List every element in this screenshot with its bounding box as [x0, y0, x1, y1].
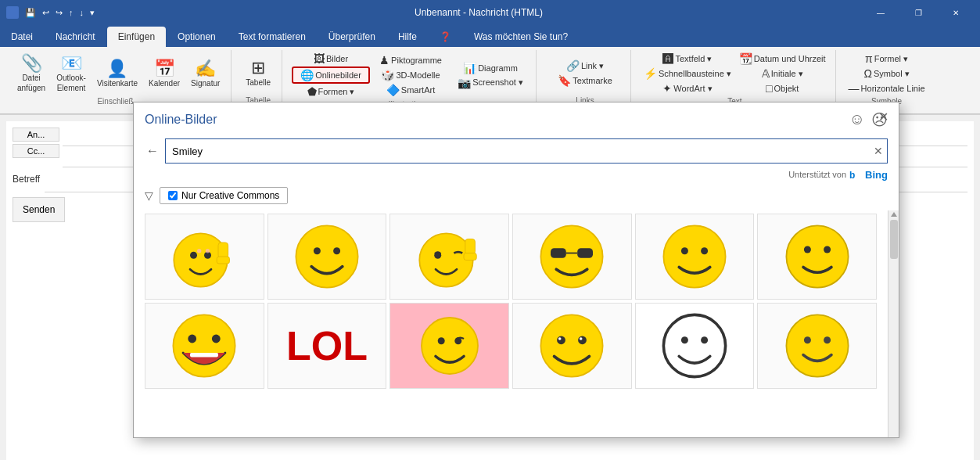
search-input-wrap: ✕	[165, 138, 888, 164]
scroll-up-arrow[interactable]	[891, 212, 897, 217]
images-wrap: LOL	[134, 210, 888, 437]
tab-datei[interactable]: Datei	[0, 27, 44, 47]
quick-access-undo[interactable]: ↩	[42, 8, 49, 18]
quick-access-up[interactable]: ↑	[69, 8, 74, 17]
btn-onlinebilder[interactable]: 🌐 Onlinebilder	[292, 66, 370, 84]
group-items-text: 🅰 Textfeld ▾ ⚡ Schnellbausteine ▾ ✦ Word…	[641, 52, 829, 95]
image-icon: 🖼	[314, 53, 325, 64]
btn-datei-anfuegen[interactable]: 📎 Datei anfügen	[13, 52, 50, 95]
btn-objekt[interactable]: □ Objekt	[736, 81, 829, 95]
table-icon: ⊞	[251, 59, 265, 77]
btn-initiale[interactable]: 𝔸 Initiale ▾	[736, 66, 829, 81]
search-row: ← ✕	[134, 135, 899, 167]
small-group-3: 📊 Diagramm 📷 Screenshot ▾	[451, 61, 529, 90]
small-group-1: 🖼 Bilder 🌐 Onlinebilder ⬟ Formen ▾	[292, 52, 370, 99]
creative-commons-label: Nur Creative Commons	[181, 190, 279, 201]
image-item-7[interactable]	[145, 303, 264, 389]
scrollbar-thumb[interactable]	[890, 220, 898, 259]
btn-screenshot[interactable]: 📷 Screenshot ▾	[451, 76, 529, 90]
group-symbole: π Formel ▾ Ω Symbol ▾ — Horizontale Lini…	[839, 50, 935, 107]
smiley-classic-1	[292, 221, 362, 292]
quick-access-redo[interactable]: ↪	[56, 8, 63, 18]
vertical-scrollbar[interactable]	[888, 210, 899, 437]
btn-datum[interactable]: 📆 Datum und Uhrzeit	[736, 52, 829, 66]
group-items-illustrationen: 🖼 Bilder 🌐 Onlinebilder ⬟ Formen ▾ ♟	[292, 52, 529, 99]
small-group-links: 🔗 Link ▾ 🔖 Textmarke	[546, 59, 624, 88]
back-button[interactable]: ←	[145, 142, 160, 160]
group-text: 🅰 Textfeld ▾ ⚡ Schnellbausteine ▾ ✦ Word…	[634, 50, 836, 107]
btn-piktogramme[interactable]: ♟ Piktogramme	[372, 53, 450, 67]
quickparts-icon: ⚡	[644, 68, 657, 79]
btn-visitenkarte[interactable]: 👤 Visitenkarte	[92, 57, 142, 91]
tab-search[interactable]: Was möchten Sie tun?	[463, 27, 579, 47]
image-item-5[interactable]	[635, 214, 755, 300]
creative-commons-filter[interactable]: Nur Creative Commons	[160, 187, 288, 204]
textbox-icon: 🅰	[662, 53, 673, 64]
image-item-6[interactable]	[757, 214, 877, 300]
btn-outlook-element[interactable]: 📧 Outlook- Element	[52, 52, 91, 95]
search-input[interactable]	[165, 138, 888, 164]
image-item-12[interactable]	[757, 303, 877, 389]
svg-point-26	[188, 335, 197, 343]
svg-point-22	[786, 225, 848, 287]
svg-point-41	[804, 336, 811, 343]
filter-icon: ▽	[145, 189, 153, 202]
image-item-8[interactable]: LOL	[267, 303, 387, 389]
minimize-button[interactable]: —	[863, 0, 899, 25]
tab-nachricht[interactable]: Nachricht	[45, 27, 106, 47]
symbol-icon: Ω	[863, 68, 871, 79]
group-einschliessen: 📎 Datei anfügen 📧 Outlook- Element 👤 Vis…	[6, 50, 232, 107]
svg-text:b: b	[849, 170, 855, 181]
btn-signatur[interactable]: ✍ Signatur	[186, 57, 224, 91]
tab-hilfe[interactable]: Hilfe	[387, 27, 428, 47]
cc-button[interactable]: Cc...	[13, 144, 59, 158]
quick-access-save[interactable]: 💾	[25, 8, 36, 18]
btn-smartart[interactable]: 🔷 SmartArt	[372, 83, 450, 97]
btn-link[interactable]: 🔗 Link ▾	[546, 59, 624, 73]
btn-diagramm[interactable]: 📊 Diagramm	[451, 61, 529, 75]
svg-point-9	[314, 247, 321, 254]
btn-wordart[interactable]: ✦ WordArt ▾	[641, 81, 734, 95]
close-button[interactable]: ✕	[938, 0, 974, 25]
btn-formen[interactable]: ⬟ Formen ▾	[292, 84, 370, 99]
happy-face-icon: ☺	[849, 110, 865, 129]
image-item-3[interactable]	[389, 214, 509, 300]
svg-point-37	[663, 314, 725, 376]
btn-bilder[interactable]: 🖼 Bilder	[292, 52, 370, 66]
restore-button[interactable]: ❐	[900, 0, 936, 25]
creative-commons-checkbox[interactable]	[168, 191, 178, 200]
bookmark-icon: 🔖	[558, 75, 571, 86]
btn-textmarke[interactable]: 🔖 Textmarke	[546, 74, 624, 88]
svg-point-32	[541, 314, 603, 376]
search-clear-button[interactable]: ✕	[874, 145, 883, 157]
image-item-2[interactable]	[267, 214, 387, 300]
btn-tabelle[interactable]: ⊞ Tabelle	[241, 56, 275, 90]
svg-rect-17	[578, 248, 594, 258]
tab-einfuegen[interactable]: Einfügen	[107, 27, 166, 47]
image-item-4[interactable]	[512, 214, 632, 300]
image-item-11[interactable]	[635, 303, 755, 389]
tab-help-icon[interactable]: ❓	[429, 27, 462, 47]
an-button[interactable]: An...	[13, 128, 59, 142]
btn-kalender[interactable]: 📅 Kalender	[144, 57, 185, 91]
tab-text-formatieren[interactable]: Text formatieren	[228, 27, 317, 47]
image-item-1[interactable]	[145, 214, 264, 300]
btn-horizontale-linie[interactable]: — Horizontale Linie	[845, 81, 928, 95]
btn-3d-modelle[interactable]: 🎲 3D-Modelle	[372, 68, 450, 82]
tab-optionen[interactable]: Optionen	[167, 27, 227, 47]
tab-uberpruefen[interactable]: Überprüfen	[318, 27, 386, 47]
image-item-9[interactable]	[389, 303, 509, 389]
image-item-10[interactable]	[512, 303, 632, 389]
quick-access-down[interactable]: ↓	[80, 8, 84, 17]
btn-formel[interactable]: π Formel ▾	[845, 52, 928, 66]
object-icon: □	[766, 83, 772, 94]
svg-point-5	[206, 249, 210, 253]
btn-symbol[interactable]: Ω Symbol ▾	[845, 66, 928, 81]
svg-point-19	[663, 225, 725, 287]
send-button[interactable]: Senden	[13, 197, 65, 222]
svg-rect-16	[551, 248, 566, 258]
btn-schnellbausteine[interactable]: ⚡ Schnellbausteine ▾	[641, 66, 734, 81]
btn-textfeld[interactable]: 🅰 Textfeld ▾	[641, 52, 734, 66]
dialog-close-button[interactable]: ✕	[875, 109, 891, 124]
group-items: 📎 Datei anfügen 📧 Outlook- Element 👤 Vis…	[13, 52, 224, 95]
